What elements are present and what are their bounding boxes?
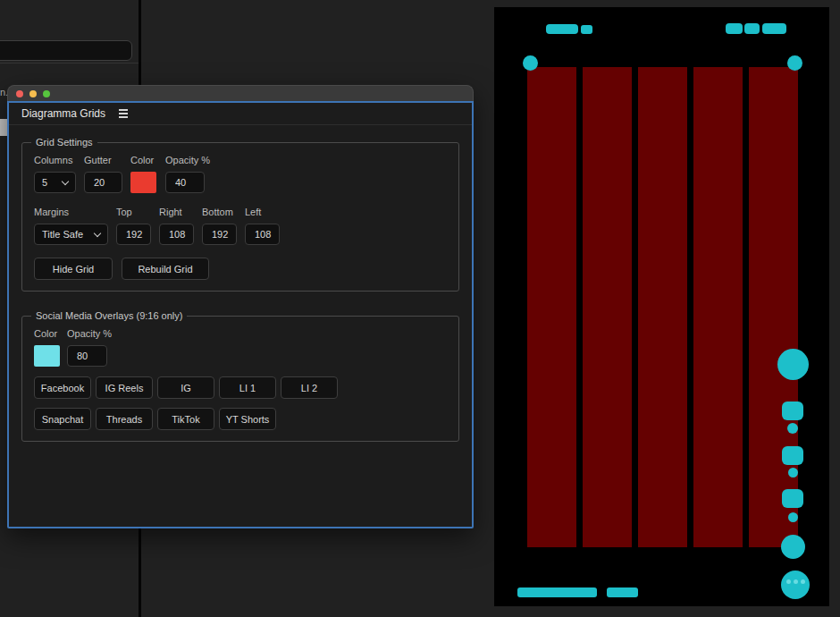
- overlay-action-dot-1: [787, 423, 798, 434]
- zoom-button[interactable]: [43, 90, 50, 97]
- background-text-field[interactable]: [0, 40, 132, 61]
- grid-column: [583, 67, 632, 547]
- ellipsis-dot: [786, 579, 791, 584]
- overlay-action-square-2: [782, 446, 803, 465]
- facebook-button[interactable]: Facebook: [34, 376, 91, 399]
- overlay-opacity-input[interactable]: [67, 345, 107, 367]
- grid-column: [527, 67, 576, 547]
- panel-menu-icon[interactable]: [119, 109, 128, 118]
- background-divider: [0, 63, 139, 63]
- gutter-input[interactable]: [84, 172, 122, 193]
- social-overlays-legend: Social Media Overlays (9:16 only): [31, 310, 187, 321]
- overlay-top-left-pill: [546, 24, 578, 34]
- grid-opacity-label: Opacity %: [165, 155, 205, 165]
- social-overlays-group: Social Media Overlays (9:16 only) Color …: [21, 310, 459, 442]
- grid-settings-legend: Grid Settings: [31, 137, 97, 148]
- overlay-top-right-chip-1: [726, 23, 743, 34]
- overlay-sound-disc-circle: [781, 535, 805, 559]
- grid-column: [693, 67, 743, 547]
- gutter-label: Gutter: [84, 155, 122, 165]
- overlay-top-right-chip-2: [744, 23, 760, 34]
- margin-right-input[interactable]: [159, 224, 194, 245]
- grid-columns-overlay: [527, 67, 798, 547]
- overlay-action-dot-3: [788, 512, 798, 522]
- ellipsis-dot: [794, 579, 798, 584]
- overlay-top-right-chip-3: [762, 23, 786, 34]
- columns-label: Columns: [34, 155, 76, 165]
- tiktok-button[interactable]: TikTok: [157, 408, 214, 430]
- diagramma-grids-window: Diagramma Grids Grid Settings Columns 5 …: [7, 85, 474, 528]
- margin-bottom-input[interactable]: [202, 224, 237, 245]
- panel-title: Diagramma Grids: [21, 107, 105, 120]
- li-2-button[interactable]: LI 2: [281, 376, 338, 399]
- yt-shorts-button[interactable]: YT Shorts: [219, 408, 276, 430]
- margin-right-label: Right: [159, 207, 194, 217]
- rebuild-grid-button[interactable]: Rebuild Grid: [122, 258, 209, 280]
- grid-settings-group: Grid Settings Columns 5 Gutter Color: [21, 137, 459, 292]
- overlay-top-left-chip: [581, 25, 592, 34]
- overlay-action-dot-2: [788, 468, 798, 478]
- li-1-button[interactable]: LI 1: [219, 376, 276, 399]
- margin-left-label: Left: [245, 207, 280, 217]
- panel-header: Diagramma Grids: [9, 103, 472, 125]
- columns-dropdown[interactable]: 5: [34, 172, 76, 193]
- overlay-action-square-1: [782, 401, 803, 420]
- chevron-down-icon: [62, 177, 69, 184]
- minimize-button[interactable]: [29, 90, 37, 97]
- ellipsis-dot: [801, 579, 805, 584]
- ig-reels-button[interactable]: IG Reels: [96, 376, 153, 399]
- margin-left-input[interactable]: [245, 224, 280, 245]
- grid-color-label: Color: [130, 155, 156, 165]
- window-titlebar[interactable]: [7, 85, 474, 101]
- margins-label: Margins: [34, 207, 108, 217]
- overlay-color-label: Color: [34, 328, 60, 339]
- overlay-caption-bar-short: [607, 587, 638, 597]
- ig-button[interactable]: IG: [157, 376, 214, 399]
- overlay-action-square-3: [782, 489, 803, 508]
- close-button[interactable]: [16, 90, 23, 97]
- margin-top-label: Top: [116, 207, 151, 217]
- overlay-opacity-label: Opacity %: [67, 328, 107, 339]
- overlay-corner-dot-top-right: [787, 55, 802, 71]
- grid-color-swatch[interactable]: [130, 172, 156, 193]
- grid-opacity-input[interactable]: [165, 172, 205, 193]
- overlay-avatar-circle: [777, 349, 809, 380]
- snapchat-button[interactable]: Snapchat: [34, 408, 91, 430]
- overlay-color-swatch[interactable]: [34, 345, 60, 367]
- hide-grid-button[interactable]: Hide Grid: [34, 258, 113, 280]
- panel-content: Diagramma Grids Grid Settings Columns 5 …: [7, 101, 474, 528]
- grid-column: [638, 67, 687, 547]
- overlay-more-ellipsis-circle: [781, 571, 810, 599]
- threads-button[interactable]: Threads: [96, 408, 153, 430]
- overlay-caption-bar-long: [517, 587, 597, 597]
- margins-preset-dropdown[interactable]: Title Safe: [34, 224, 108, 245]
- margin-top-input[interactable]: [116, 224, 151, 245]
- program-monitor-preview: [494, 7, 829, 606]
- overlay-corner-dot-top-left: [523, 55, 538, 71]
- margin-bottom-label: Bottom: [202, 207, 237, 217]
- chevron-down-icon: [94, 229, 101, 236]
